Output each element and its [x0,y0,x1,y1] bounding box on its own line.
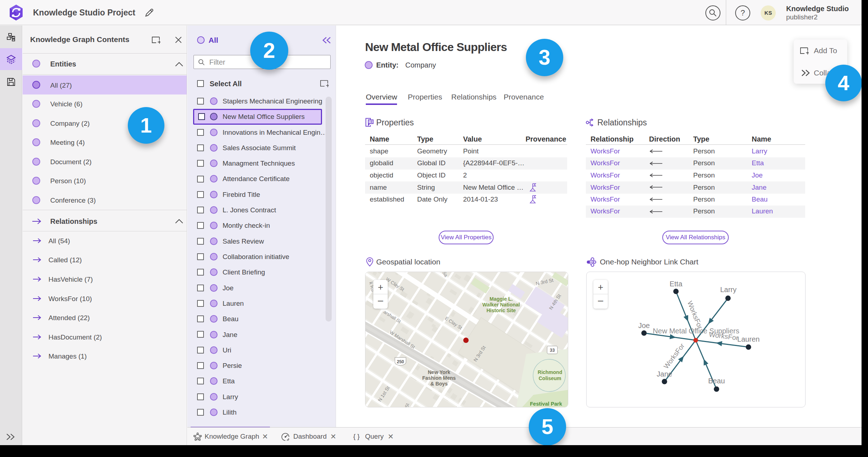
svg-text:250: 250 [397,359,404,364]
svg-text:Joe: Joe [638,322,650,329]
svg-text:Etta: Etta [669,280,682,288]
svg-text:WorksFor: WorksFor [662,342,686,370]
svg-text:WorksFor: WorksFor [686,300,704,331]
svg-text:Coliseum: Coliseum [538,375,561,381]
svg-text:Lauren: Lauren [737,335,760,343]
svg-text:& Boys: & Boys [430,381,448,387]
svg-text:New York: New York [428,369,451,375]
svg-text:Historic Site: Historic Site [486,308,516,313]
svg-text:Richmond: Richmond [538,369,562,375]
svg-text:Festival Park: Festival Park [530,401,562,407]
svg-text:Maggie L.: Maggie L. [490,296,513,302]
svg-text:Walker National: Walker National [482,302,520,308]
svg-text:Jane: Jane [657,370,672,378]
svg-text:Larry: Larry [720,286,737,294]
svg-text:33: 33 [550,348,555,353]
svg-text:Fashion Mens: Fashion Mens [422,375,456,381]
svg-text:Beau: Beau [708,377,725,385]
